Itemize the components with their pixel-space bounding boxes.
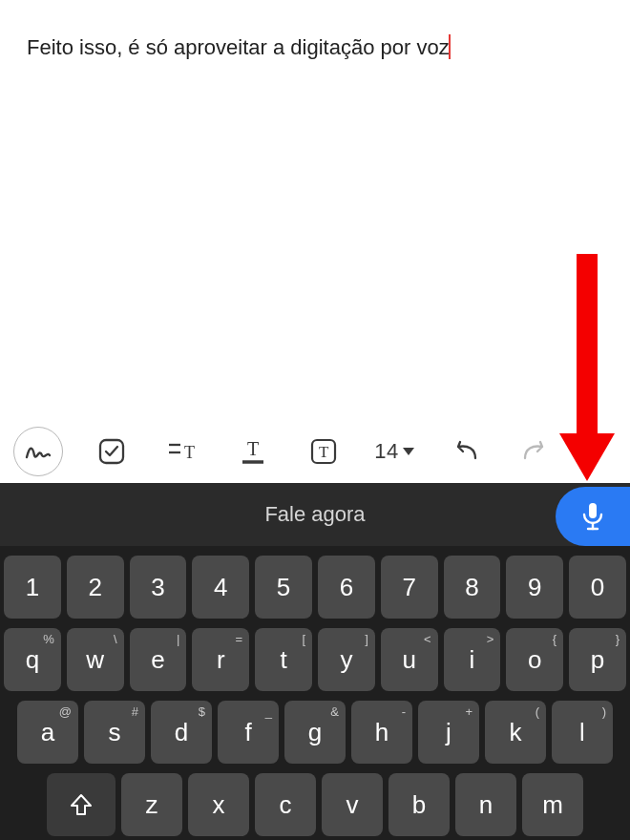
key-main-label: f bbox=[244, 718, 251, 747]
key-r[interactable]: r= bbox=[192, 628, 249, 691]
key-main-label: z bbox=[146, 790, 158, 820]
key-main-label: b bbox=[412, 790, 426, 820]
editor-toolbar: T T T 14 bbox=[0, 420, 630, 483]
keyboard-row-numbers: 1234567890 bbox=[4, 556, 626, 619]
key-main-label: 1 bbox=[26, 573, 39, 602]
key-sup-label: - bbox=[402, 704, 406, 719]
text-editor-area[interactable]: Feito isso, é só aproveitar a digitação … bbox=[0, 0, 630, 420]
key-8[interactable]: 8 bbox=[444, 556, 501, 619]
key-0[interactable]: 0 bbox=[569, 556, 626, 619]
key-sup-label: @ bbox=[59, 704, 72, 719]
undo-icon[interactable] bbox=[443, 430, 487, 473]
key-2[interactable]: 2 bbox=[67, 556, 124, 619]
key-main-label: l bbox=[579, 718, 585, 747]
voice-input-button[interactable] bbox=[556, 487, 630, 546]
key-main-label: g bbox=[308, 718, 322, 747]
key-main-label: x bbox=[213, 790, 225, 820]
key-main-label: n bbox=[479, 790, 493, 820]
key-d[interactable]: d$ bbox=[151, 701, 212, 764]
font-size-value: 14 bbox=[374, 439, 398, 464]
key-5[interactable]: 5 bbox=[255, 556, 312, 619]
key-main-label: s bbox=[109, 718, 121, 747]
key-sup-label: # bbox=[132, 704, 138, 719]
key-z[interactable]: z bbox=[121, 773, 182, 836]
text-cursor bbox=[449, 34, 451, 59]
key-a[interactable]: a@ bbox=[17, 701, 78, 764]
redo-icon[interactable] bbox=[514, 430, 557, 473]
key-main-label: o bbox=[528, 645, 541, 675]
key-q[interactable]: q% bbox=[4, 628, 61, 691]
key-main-label: 2 bbox=[88, 573, 101, 602]
svg-text:T: T bbox=[247, 438, 259, 459]
chevron-down-icon bbox=[403, 448, 414, 455]
key-g[interactable]: g& bbox=[284, 701, 346, 764]
key-1[interactable]: 1 bbox=[4, 556, 61, 619]
key-i[interactable]: i> bbox=[444, 628, 501, 691]
editor-text: Feito isso, é só aproveitar a digitação … bbox=[27, 35, 450, 59]
key-sup-label: < bbox=[424, 632, 431, 646]
key-j[interactable]: j+ bbox=[418, 701, 479, 764]
keyboard-row-qwerty2: a@s#d$f_g&h-j+k(l) bbox=[4, 701, 626, 764]
key-sup-label: ( bbox=[536, 704, 539, 719]
key-sup-label: { bbox=[553, 632, 556, 646]
key-main-label: 3 bbox=[151, 573, 164, 602]
key-3[interactable]: 3 bbox=[130, 556, 187, 619]
font-size-selector[interactable]: 14 bbox=[372, 430, 416, 473]
keyboard-row-qwerty3: zxcvbnm bbox=[4, 773, 626, 836]
on-screen-keyboard: 1234567890 q%w\e|r=t[y]u<i>o{p} a@s#d$f_… bbox=[0, 546, 630, 840]
key-main-label: 4 bbox=[214, 573, 227, 602]
text-color-icon[interactable]: T bbox=[231, 430, 275, 473]
key-sup-label: + bbox=[465, 704, 472, 719]
microphone-icon bbox=[580, 501, 605, 532]
key-t[interactable]: t[ bbox=[255, 628, 312, 691]
key-6[interactable]: 6 bbox=[318, 556, 375, 619]
key-k[interactable]: k( bbox=[485, 701, 546, 764]
key-main-label: 0 bbox=[591, 573, 604, 602]
key-9[interactable]: 9 bbox=[506, 556, 563, 619]
key-4[interactable]: 4 bbox=[192, 556, 249, 619]
key-m[interactable]: m bbox=[522, 773, 583, 836]
key-main-label: t bbox=[280, 645, 286, 675]
key-v[interactable]: v bbox=[322, 773, 383, 836]
key-f[interactable]: f_ bbox=[218, 701, 279, 764]
key-sup-label: _ bbox=[265, 704, 272, 719]
key-sup-label: $ bbox=[199, 704, 205, 719]
handwriting-icon[interactable] bbox=[13, 427, 63, 476]
key-sup-label: & bbox=[330, 704, 339, 719]
key-n[interactable]: n bbox=[455, 773, 516, 836]
key-y[interactable]: y] bbox=[318, 628, 375, 691]
key-b[interactable]: b bbox=[388, 773, 450, 836]
key-sup-label: = bbox=[236, 632, 243, 646]
voice-prompt-label: Fale agora bbox=[264, 502, 365, 527]
key-main-label: 7 bbox=[402, 573, 415, 602]
shift-key[interactable] bbox=[47, 773, 116, 836]
key-7[interactable]: 7 bbox=[381, 556, 438, 619]
key-main-label: 8 bbox=[465, 573, 478, 602]
key-sup-label: } bbox=[616, 632, 620, 646]
text-format-icon[interactable]: T bbox=[160, 430, 204, 473]
key-p[interactable]: p} bbox=[569, 628, 626, 691]
text-highlight-icon[interactable]: T bbox=[302, 430, 346, 473]
key-h[interactable]: h- bbox=[351, 701, 412, 764]
key-sup-label: % bbox=[43, 632, 54, 646]
key-main-label: h bbox=[375, 718, 388, 747]
key-l[interactable]: l) bbox=[552, 701, 613, 764]
checkbox-icon[interactable] bbox=[90, 430, 134, 473]
key-s[interactable]: s# bbox=[84, 701, 145, 764]
key-main-label: i bbox=[470, 645, 475, 675]
key-main-label: p bbox=[591, 645, 604, 675]
key-main-label: v bbox=[346, 790, 359, 820]
key-u[interactable]: u< bbox=[381, 628, 438, 691]
svg-text:T: T bbox=[319, 443, 329, 461]
key-o[interactable]: o{ bbox=[506, 628, 563, 691]
key-sup-label: \ bbox=[114, 632, 117, 646]
svg-text:T: T bbox=[184, 443, 195, 462]
keyboard-voice-bar: Fale agora bbox=[0, 483, 630, 546]
keyboard-row-qwerty1: q%w\e|r=t[y]u<i>o{p} bbox=[4, 628, 626, 691]
key-c[interactable]: c bbox=[255, 773, 316, 836]
key-x[interactable]: x bbox=[188, 773, 249, 836]
key-e[interactable]: e| bbox=[130, 628, 187, 691]
key-main-label: u bbox=[402, 645, 415, 675]
key-sup-label: > bbox=[487, 632, 494, 646]
key-w[interactable]: w\ bbox=[67, 628, 124, 691]
